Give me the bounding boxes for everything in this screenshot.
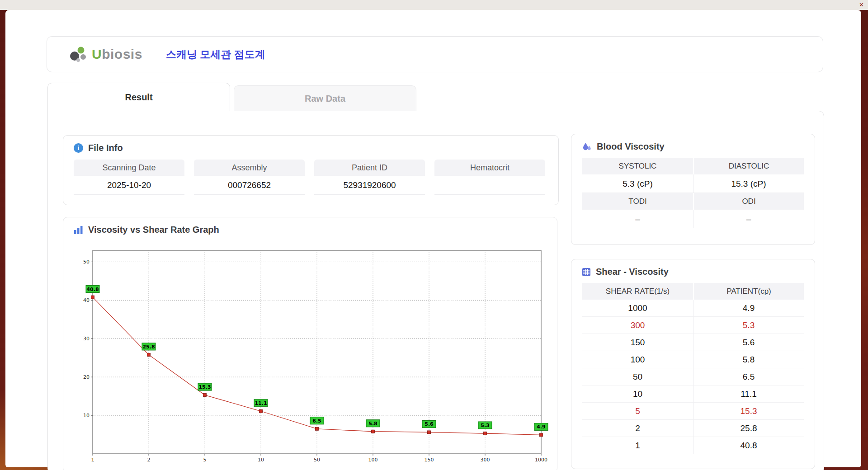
blood-metric-value: 5.3 (cP) — [582, 174, 693, 193]
shear-table: SHEAR RATE(1/s)PATIENT(cp)10004.93005.31… — [582, 283, 804, 454]
graph-card: Viscosity vs Shear Rate Graph 1020304050… — [63, 217, 557, 470]
shear-table-cell: 1000 — [582, 300, 693, 317]
shear-table-cell: 6.5 — [693, 368, 804, 385]
y-tick-label: 40 — [83, 297, 90, 303]
x-tick-label: 1 — [91, 457, 94, 463]
shear-column-header: SHEAR RATE(1/s) — [582, 283, 693, 300]
data-point-label: 5.8 — [368, 421, 377, 427]
logo-rest: biosis — [102, 47, 142, 61]
data-point-marker — [316, 427, 319, 430]
shear-table-cell: 2 — [582, 420, 693, 437]
file-info-title: File Info — [88, 143, 123, 153]
blood-metric-label: TODI — [582, 193, 693, 210]
field-value: 52931920600 — [314, 176, 425, 195]
blood-metric-label: DIASTOLIC — [693, 158, 804, 174]
shear-table-cell: 25.8 — [693, 420, 804, 437]
shear-table-cell: 11.1 — [693, 385, 804, 403]
shear-table-cell: 15.3 — [693, 403, 804, 420]
ubiosis-logo: Ubiosis — [68, 45, 142, 63]
shear-table-cell: 50 — [582, 368, 693, 385]
field-label: Assembly — [194, 160, 305, 176]
data-point-label: 5.6 — [425, 421, 434, 427]
field-label: Patient ID — [314, 160, 425, 176]
app-title: 스캐닝 모세관 점도계 — [166, 47, 265, 61]
app-window: Ubiosis 스캐닝 모세관 점도계 Result Raw Data i Fi… — [5, 10, 861, 467]
x-tick-label: 300 — [481, 457, 490, 463]
shear-table-cell: 150 — [582, 334, 693, 351]
data-point-label: 6.5 — [312, 418, 321, 424]
data-point-marker — [484, 432, 487, 435]
data-point-label: 11.1 — [255, 400, 267, 406]
data-point-label: 25.8 — [142, 344, 155, 350]
x-tick-label: 50 — [314, 457, 320, 463]
window-close-icon[interactable]: ✕ — [859, 1, 864, 9]
file-info-fields: Scanning Date2025-10-20Assembly000726652… — [74, 160, 558, 195]
file-info-card: i File Info Scanning Date2025-10-20Assem… — [63, 135, 559, 205]
x-tick-label: 10 — [258, 457, 264, 463]
ubiosis-logo-icon — [68, 45, 89, 63]
y-tick-label: 30 — [83, 336, 90, 342]
app-header: Ubiosis 스캐닝 모세관 점도계 — [47, 36, 823, 72]
x-tick-label: 150 — [425, 457, 434, 463]
data-point-marker — [203, 394, 207, 397]
data-point-marker — [147, 353, 151, 356]
data-point-label: 5.3 — [481, 423, 490, 428]
blood-metric-label: SYSTOLIC — [582, 158, 693, 174]
shear-viscosity-card: Shear - Viscosity SHEAR RATE(1/s)PATIENT… — [571, 259, 815, 469]
blood-viscosity-title-row: Blood Viscosity — [571, 134, 815, 152]
data-point-marker — [540, 433, 543, 437]
data-point-label: 4.9 — [537, 424, 546, 430]
data-point-marker — [372, 430, 375, 433]
field-value — [434, 176, 545, 195]
blood-metric-value: – — [582, 210, 693, 228]
shear-table-cell: 5.3 — [693, 317, 804, 334]
result-panel: i File Info Scanning Date2025-10-20Assem… — [47, 111, 824, 470]
field-label: Hematocrit — [434, 160, 545, 176]
tab-result[interactable]: Result — [47, 83, 230, 111]
data-point-marker — [259, 409, 263, 413]
field-value: 000726652 — [194, 176, 305, 195]
shear-table-cell: 40.8 — [693, 437, 804, 454]
y-tick-label: 10 — [83, 413, 90, 418]
shear-table-cell: 100 — [582, 351, 693, 368]
file-info-field-patient-id: Patient ID52931920600 — [314, 160, 425, 195]
field-value: 2025-10-20 — [74, 176, 184, 195]
bar-chart-icon — [74, 226, 83, 235]
blood-viscosity-title: Blood Viscosity — [597, 141, 665, 152]
file-info-field-hematocrit: Hematocrit — [434, 160, 545, 195]
shear-column-header: PATIENT(cp) — [693, 283, 804, 300]
viscosity-chart: 10203040501251050100150300100040.825.815… — [75, 244, 554, 470]
shear-viscosity-title: Shear - Viscosity — [596, 267, 669, 277]
x-tick-label: 100 — [368, 457, 378, 463]
y-tick-label: 50 — [83, 259, 90, 265]
data-point-label: 40.8 — [86, 287, 99, 292]
data-point-marker — [428, 431, 431, 434]
shear-table-cell: 1 — [582, 437, 693, 454]
tab-raw-data[interactable]: Raw Data — [234, 85, 416, 111]
tab-bar: Result Raw Data — [47, 83, 416, 111]
x-tick-label: 2 — [147, 457, 151, 463]
x-tick-label: 5 — [203, 457, 207, 463]
file-info-field-assembly: Assembly000726652 — [194, 160, 305, 195]
y-tick-label: 20 — [83, 374, 90, 380]
shear-table-cell: 300 — [582, 317, 693, 334]
blood-metric-label: ODI — [693, 193, 804, 210]
droplets-icon — [582, 142, 592, 152]
shear-table-cell: 4.9 — [693, 300, 804, 317]
window-titlebar: ✕ — [0, 0, 868, 10]
viscosity-chart-svg: 10203040501251050100150300100040.825.815… — [75, 244, 554, 470]
blood-metric-value: 15.3 (cP) — [693, 174, 804, 193]
blood-metric-value: – — [693, 210, 804, 228]
file-info-field-scanning-date: Scanning Date2025-10-20 — [74, 160, 184, 195]
field-label: Scanning Date — [74, 160, 184, 176]
table-icon — [582, 268, 591, 277]
shear-viscosity-title-row: Shear - Viscosity — [571, 259, 815, 277]
shear-table-cell: 5.6 — [693, 334, 804, 351]
graph-title: Viscosity vs Shear Rate Graph — [88, 225, 219, 235]
file-info-title-row: i File Info — [63, 136, 558, 153]
graph-title-row: Viscosity vs Shear Rate Graph — [63, 217, 557, 235]
blood-viscosity-grid: SYSTOLICDIASTOLIC5.3 (cP)15.3 (cP)TODIOD… — [582, 158, 804, 228]
blood-viscosity-card: Blood Viscosity SYSTOLICDIASTOLIC5.3 (cP… — [571, 134, 815, 245]
data-point-label: 15.3 — [198, 384, 211, 390]
x-tick-label: 1000 — [535, 457, 547, 463]
